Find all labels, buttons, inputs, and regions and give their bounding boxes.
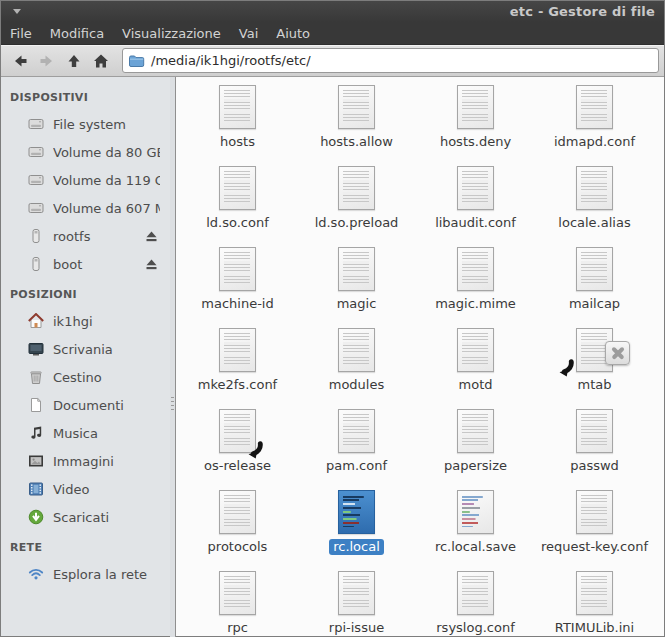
text-file-icon	[338, 85, 375, 129]
sidebar-item-musica[interactable]: Musica	[0, 419, 170, 447]
sidebar-item-file-system[interactable]: File system	[0, 110, 170, 138]
text-file-icon	[576, 247, 613, 291]
file-item-hosts-deny[interactable]: hosts.deny	[416, 85, 535, 166]
file-item-libaudit-conf[interactable]: libaudit.conf	[416, 166, 535, 247]
sidebar-item-volume-da-119-gb[interactable]: Volume da 119 GB	[0, 166, 170, 194]
document-icon	[28, 397, 44, 413]
menu-aiuto[interactable]: Aiuto	[267, 24, 319, 43]
sidebar-item-volume-da-80-gb[interactable]: Volume da 80 GB	[0, 138, 170, 166]
sidebar-item-scaricati[interactable]: Scaricati	[0, 503, 170, 531]
file-item-rpc[interactable]: rpc	[178, 571, 297, 637]
sidebar-item-label: Esplora la rete	[53, 567, 160, 582]
image-icon	[28, 453, 44, 469]
forward-button[interactable]	[33, 48, 60, 73]
file-label: locale.alias	[554, 215, 634, 231]
file-label: magic	[333, 296, 381, 312]
file-item-mke2fs-conf[interactable]: mke2fs.conf	[178, 328, 297, 409]
home-icon	[28, 313, 44, 329]
file-label: RTIMULib.ini	[551, 620, 638, 636]
menu-visualizzazione[interactable]: Visualizzazione	[113, 24, 230, 43]
file-item-papersize[interactable]: papersize	[416, 409, 535, 490]
sidebar-item-label: rootfs	[53, 229, 133, 244]
file-item-rc-local-save[interactable]: rc.local.save	[416, 490, 535, 571]
menu-modifica[interactable]: Modifica	[41, 24, 113, 43]
file-item-modules[interactable]: modules	[297, 328, 416, 409]
sidebar: DISPOSITIVIFile systemVolume da 80 GBVol…	[0, 77, 170, 637]
sidebar-item-cestino[interactable]: Cestino	[0, 363, 170, 391]
sidebar-item-scrivania[interactable]: Scrivania	[0, 335, 170, 363]
eject-button[interactable]	[142, 255, 160, 273]
file-icon	[576, 409, 613, 453]
file-item-mailcap[interactable]: mailcap	[535, 247, 654, 328]
back-button[interactable]	[6, 48, 33, 73]
file-item-protocols[interactable]: protocols	[178, 490, 297, 571]
file-item-ld-so-conf[interactable]: ld.so.conf	[178, 166, 297, 247]
file-icon	[576, 85, 613, 129]
text-file-icon	[457, 247, 494, 291]
file-item-pam-conf[interactable]: pam.conf	[297, 409, 416, 490]
sidebar-item-ik1hgi[interactable]: ik1hgi	[0, 307, 170, 335]
eject-button[interactable]	[142, 227, 160, 245]
file-icon	[219, 571, 256, 615]
sidebar-item-label: Volume da 119 GB	[53, 173, 160, 188]
file-item-rc-local[interactable]: rc.local	[297, 490, 416, 571]
text-file-icon	[576, 490, 613, 534]
sidebar-item-video[interactable]: Video	[0, 475, 170, 503]
file-icon	[457, 328, 494, 372]
sidebar-item-esplora-la-rete[interactable]: Esplora la rete	[0, 560, 170, 588]
text-file-icon	[576, 571, 613, 615]
file-icon	[457, 85, 494, 129]
sidebar-item-documenti[interactable]: Documenti	[0, 391, 170, 419]
path-entry[interactable]: /media/ik1hgi/rootfs/etc/	[122, 48, 659, 73]
menu-vai[interactable]: Vai	[230, 24, 267, 43]
file-label: hosts.allow	[316, 134, 397, 150]
home-button[interactable]	[87, 48, 114, 73]
file-item-rsyslog-conf[interactable]: rsyslog.conf	[416, 571, 535, 637]
file-item-magic[interactable]: magic	[297, 247, 416, 328]
sidebar-item-rootfs[interactable]: rootfs	[0, 222, 170, 250]
sidebar-item-label: ik1hgi	[53, 314, 160, 329]
pane-splitter[interactable]	[170, 77, 176, 637]
file-item-magic-mime[interactable]: magic.mime	[416, 247, 535, 328]
sidebar-item-label: boot	[53, 257, 133, 272]
file-item-machine-id[interactable]: machine-id	[178, 247, 297, 328]
drive-icon	[28, 172, 44, 188]
file-item-ld-so-preload[interactable]: ld.so.preload	[297, 166, 416, 247]
file-item-mtab[interactable]: mtab	[535, 328, 654, 409]
file-item-hosts-allow[interactable]: hosts.allow	[297, 85, 416, 166]
forward-icon	[39, 53, 55, 69]
file-label: rsyslog.conf	[432, 620, 518, 636]
text-file-icon	[576, 409, 613, 453]
symlink-emblem-icon	[557, 359, 576, 378]
drive-icon	[28, 200, 44, 216]
file-label: rc.local	[329, 539, 384, 555]
sidebar-item-immagini[interactable]: Immagini	[0, 447, 170, 475]
file-label: rc.local.save	[431, 539, 520, 555]
file-item-os-release[interactable]: os-release	[178, 409, 297, 490]
window-menu-button[interactable]	[10, 4, 24, 18]
file-item-hosts[interactable]: hosts	[178, 85, 297, 166]
sidebar-item-label: Video	[53, 482, 160, 497]
file-label: mtab	[574, 377, 616, 393]
file-item-idmapd-conf[interactable]: idmapd.conf	[535, 85, 654, 166]
file-item-motd[interactable]: motd	[416, 328, 535, 409]
file-item-passwd[interactable]: passwd	[535, 409, 654, 490]
path-text: /media/ik1hgi/rootfs/etc/	[151, 53, 311, 68]
file-grid: hostshosts.allowhosts.denyidmapd.confld.…	[178, 85, 665, 637]
text-file-icon	[457, 328, 494, 372]
file-icon	[219, 247, 256, 291]
music-note-icon	[28, 425, 44, 441]
menu-file[interactable]: File	[1, 24, 41, 43]
file-item-request-key-conf[interactable]: request-key.conf	[535, 490, 654, 571]
file-label: request-key.conf	[537, 539, 652, 555]
up-button[interactable]	[60, 48, 87, 73]
file-item-rtimulib-ini[interactable]: RTIMULib.ini	[535, 571, 654, 637]
network-wifi-icon	[28, 566, 44, 582]
sidebar-item-volume-da-607-mb[interactable]: Volume da 607 MB	[0, 194, 170, 222]
file-icon	[457, 247, 494, 291]
script-file-icon	[338, 490, 375, 534]
file-icon	[338, 571, 375, 615]
file-item-rpi-issue[interactable]: rpi-issue	[297, 571, 416, 637]
file-item-locale-alias[interactable]: locale.alias	[535, 166, 654, 247]
sidebar-item-boot[interactable]: boot	[0, 250, 170, 278]
